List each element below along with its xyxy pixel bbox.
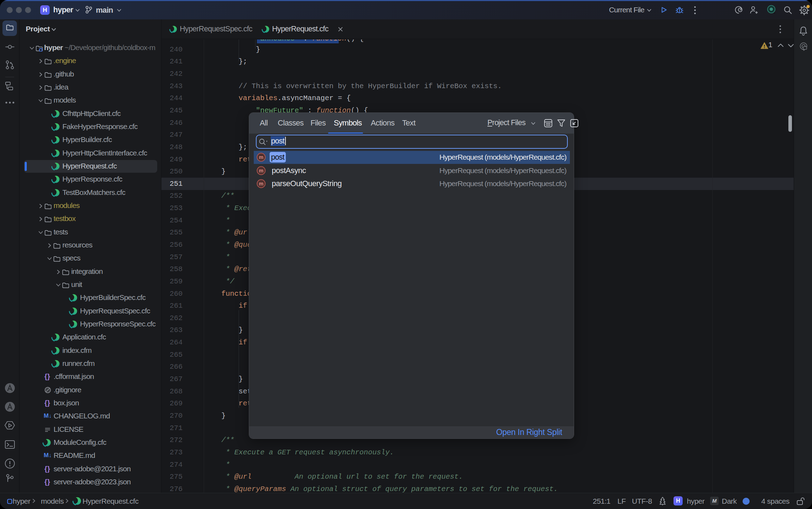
svg-text:m: m: [259, 181, 264, 186]
svg-text:m: m: [259, 168, 264, 173]
svg-text:m: m: [259, 154, 264, 160]
